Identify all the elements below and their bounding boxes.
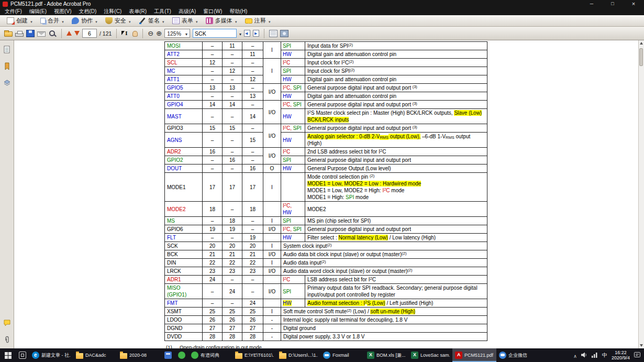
table-row: MISO (GPIO1)–24–I/OSPIPrimary output dat…	[165, 284, 487, 299]
taskbar-button[interactable]	[161, 348, 175, 362]
pin-name-cell: FMT	[165, 299, 203, 308]
find-input[interactable]	[193, 29, 237, 38]
pin-name-cell: GPIO2	[165, 156, 203, 164]
pin-name-cell: MS	[165, 217, 203, 225]
taskbar-button[interactable]: 有道词典	[188, 348, 232, 362]
taskbar-button[interactable]: 新建文章 - 社...	[29, 348, 73, 362]
menu-item[interactable]: 工具(T)	[150, 8, 175, 15]
snapshot-icon[interactable]	[280, 30, 288, 37]
taskbar-button[interactable]: D:\Users\...\1...	[276, 348, 320, 362]
print-icon[interactable]	[15, 33, 24, 37]
zoom-out-icon[interactable]	[148, 30, 153, 37]
pin-number-cell: –	[223, 164, 242, 173]
menu-item[interactable]: 窗口(W)	[199, 8, 226, 15]
collaborate-button[interactable]: 协作	[68, 16, 102, 26]
previous-page-button[interactable]	[66, 31, 72, 36]
pin-number-cell: 24	[203, 276, 223, 284]
search-icon[interactable]	[48, 30, 57, 37]
description-cell: Soft mute control Soft mute(2) (Low) / s…	[281, 308, 487, 316]
menu-item[interactable]: 注释(C)	[100, 8, 125, 15]
taskbar-button[interactable]: BOM.xls [兼...	[364, 348, 408, 362]
comment-button[interactable]: 注释	[241, 16, 275, 26]
menu-item[interactable]: 表单(R)	[125, 8, 150, 15]
volume-icon[interactable]	[581, 350, 587, 360]
combine-icon	[40, 18, 46, 24]
bookmarks-icon[interactable]	[2, 61, 12, 71]
pin-number-cell: 17	[242, 173, 263, 202]
menu-item[interactable]: 文档(D)	[75, 8, 100, 15]
zoom-level-select[interactable]: 125%	[164, 29, 190, 38]
maximize-button[interactable]	[602, 0, 623, 8]
description-cell: General purpose digital input and output…	[305, 124, 487, 133]
create-icon	[7, 17, 14, 24]
hidden-icons-chevron[interactable]	[573, 350, 577, 360]
taskbar-button[interactable]	[16, 348, 29, 362]
pin-number-cell: 22	[223, 259, 242, 267]
find-dropdown-icon[interactable]	[239, 30, 241, 37]
description-cell: Input clock for I2C(2)	[305, 59, 487, 67]
comments-icon[interactable]	[2, 318, 12, 327]
table-row: MODE1171717IMode control selection pin (…	[165, 173, 487, 202]
sign-button[interactable]: 签名	[135, 16, 169, 26]
io-cell: I/O	[263, 225, 281, 234]
secure-button[interactable]: 安全	[102, 16, 135, 26]
interface-cell: HW	[281, 109, 305, 124]
pin-number-cell: 23	[242, 267, 263, 276]
menu-item[interactable]: 帮助(H)	[226, 8, 251, 15]
vertical-scrollbar[interactable]	[638, 40, 644, 348]
taskbar-button[interactable]: 2020-08	[117, 348, 161, 362]
system-tray: 中 16:22 2020/9/4	[570, 348, 644, 362]
taskbar-button[interactable]: PCM5121.pdf ...	[452, 348, 496, 362]
scroll-up-icon[interactable]	[639, 40, 644, 47]
pin-number-cell: –	[223, 59, 242, 67]
menu-item[interactable]: 视图(V)	[50, 8, 75, 15]
menu-item[interactable]: 编辑(E)	[26, 8, 50, 15]
layers-icon[interactable]	[2, 78, 12, 87]
select-tool-icon[interactable]	[121, 30, 130, 37]
window-title: PCM5121.pdf - Adobe Acrobat Pro	[10, 0, 581, 8]
minimize-button[interactable]	[581, 0, 602, 8]
table-row: GPIO51313–I/OI2C, SPIGeneral purpose dig…	[165, 84, 487, 92]
menu-item[interactable]: 文件(F)	[1, 8, 26, 15]
pin-number-cell: 19	[223, 225, 242, 234]
table-row: DVDD282828-Digital power supply, 3.3 V o…	[165, 333, 487, 341]
table-row: DIN222222IAudio data input(2)	[165, 259, 487, 267]
menu-item[interactable]: 高级(A)	[175, 8, 199, 15]
pin-number-cell: 20	[203, 242, 223, 250]
taskbar-button[interactable]	[175, 348, 188, 362]
start-button[interactable]	[0, 348, 16, 362]
find-next-icon[interactable]	[253, 30, 259, 37]
scrollbar-thumb[interactable]	[639, 48, 643, 66]
email-icon[interactable]	[37, 31, 46, 37]
taskbar-button[interactable]: Foxmail	[320, 348, 364, 362]
input-method-indicator[interactable]: 中	[602, 352, 607, 359]
network-icon[interactable]	[592, 350, 598, 360]
attachments-icon[interactable]	[2, 335, 12, 344]
taskbar-button[interactable]: 企业微信	[496, 348, 540, 362]
taskbar-button[interactable]: LoveSac sam...	[408, 348, 452, 362]
save-icon[interactable]	[26, 30, 35, 37]
close-button[interactable]	[623, 0, 644, 8]
dropdown-caret-icon	[128, 18, 131, 24]
create-button[interactable]: 创建	[3, 16, 37, 26]
taskbar-clock[interactable]: 16:22 2020/9/4	[612, 350, 630, 360]
toolbar-separator	[116, 29, 117, 38]
pin-number-cell: –	[203, 234, 223, 242]
taskbar-button-label: 有道词典	[201, 352, 219, 359]
forms-button[interactable]: 表单	[169, 16, 202, 26]
action-center-icon[interactable]	[634, 350, 640, 360]
multimedia-button[interactable]: 多媒体	[202, 16, 241, 26]
page-number-input[interactable]	[82, 29, 97, 38]
combine-button[interactable]: 合并	[37, 16, 68, 26]
taskbar-button[interactable]: E:\YE\T6101\...	[232, 348, 276, 362]
next-page-button[interactable]	[74, 31, 80, 36]
zoom-in-icon[interactable]	[156, 30, 162, 37]
hand-tool-icon[interactable]	[132, 31, 138, 37]
open-file-icon[interactable]	[4, 31, 13, 37]
find-previous-icon[interactable]	[244, 30, 250, 37]
scrolling-mode-icon[interactable]	[269, 30, 277, 37]
comment-icon	[245, 18, 252, 24]
taskbar-button[interactable]: DAC&adc	[73, 348, 117, 362]
scroll-down-icon[interactable]	[639, 342, 644, 348]
page-thumbnails-icon[interactable]	[2, 45, 12, 54]
